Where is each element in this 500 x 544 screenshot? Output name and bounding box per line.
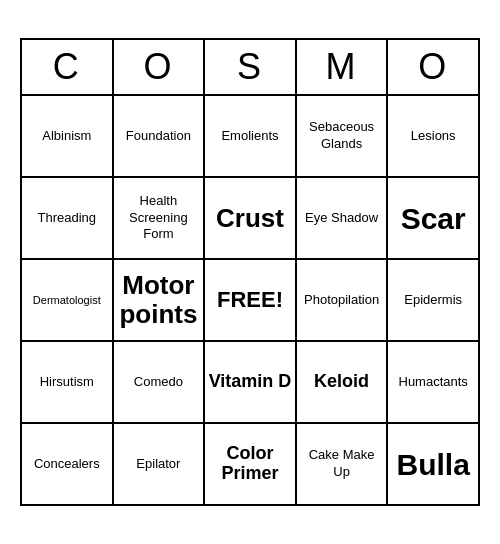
cell-0-1: Foundation bbox=[114, 96, 206, 178]
bingo-grid: AlbinismFoundationEmolientsSebaceous Gla… bbox=[20, 96, 480, 506]
cell-text-4-4: Bulla bbox=[397, 448, 470, 481]
cell-text-2-3: Photopilation bbox=[304, 292, 379, 309]
cell-2-2: FREE! bbox=[205, 260, 297, 342]
cell-text-4-3: Cake Make Up bbox=[300, 447, 384, 481]
cell-1-2: Crust bbox=[205, 178, 297, 260]
cell-text-1-1: Health Screening Form bbox=[117, 193, 201, 244]
cell-1-0: Threading bbox=[22, 178, 114, 260]
header-letter-C: C bbox=[22, 40, 114, 96]
header-letter-O: O bbox=[388, 40, 480, 96]
cell-2-4: Epidermis bbox=[388, 260, 480, 342]
header-letter-M: M bbox=[297, 40, 389, 96]
cell-4-3: Cake Make Up bbox=[297, 424, 389, 506]
header-letter-O: O bbox=[114, 40, 206, 96]
cell-4-1: Epilator bbox=[114, 424, 206, 506]
cell-3-0: Hirsutism bbox=[22, 342, 114, 424]
cell-3-3: Keloid bbox=[297, 342, 389, 424]
cell-text-1-2: Crust bbox=[216, 204, 284, 233]
cell-text-0-1: Foundation bbox=[126, 128, 191, 145]
cell-text-0-0: Albinism bbox=[42, 128, 91, 145]
cell-3-4: Humactants bbox=[388, 342, 480, 424]
cell-2-1: Motor points bbox=[114, 260, 206, 342]
cell-text-0-3: Sebaceous Glands bbox=[300, 119, 384, 153]
cell-0-3: Sebaceous Glands bbox=[297, 96, 389, 178]
cell-0-0: Albinism bbox=[22, 96, 114, 178]
cell-text-2-0: Dermatologist bbox=[33, 293, 101, 307]
cell-2-0: Dermatologist bbox=[22, 260, 114, 342]
cell-text-2-4: Epidermis bbox=[404, 292, 462, 309]
cell-1-1: Health Screening Form bbox=[114, 178, 206, 260]
cell-text-1-4: Scar bbox=[401, 202, 466, 235]
cell-3-1: Comedo bbox=[114, 342, 206, 424]
cell-1-4: Scar bbox=[388, 178, 480, 260]
cell-text-1-0: Threading bbox=[38, 210, 97, 227]
cell-text-0-4: Lesions bbox=[411, 128, 456, 145]
cell-text-4-0: Concealers bbox=[34, 456, 100, 473]
cell-text-3-2: Vitamin D bbox=[209, 372, 292, 392]
header-letter-S: S bbox=[205, 40, 297, 96]
bingo-card: COSMO AlbinismFoundationEmolientsSebaceo… bbox=[20, 38, 480, 506]
cell-text-3-1: Comedo bbox=[134, 374, 183, 391]
cell-text-2-2: FREE! bbox=[217, 286, 283, 315]
cell-4-4: Bulla bbox=[388, 424, 480, 506]
cell-3-2: Vitamin D bbox=[205, 342, 297, 424]
cell-text-0-2: Emolients bbox=[221, 128, 278, 145]
cell-4-2: Color Primer bbox=[205, 424, 297, 506]
cell-1-3: Eye Shadow bbox=[297, 178, 389, 260]
cell-0-2: Emolients bbox=[205, 96, 297, 178]
cell-text-3-3: Keloid bbox=[314, 372, 369, 392]
cell-text-4-1: Epilator bbox=[136, 456, 180, 473]
cell-4-0: Concealers bbox=[22, 424, 114, 506]
cell-0-4: Lesions bbox=[388, 96, 480, 178]
cell-text-4-2: Color Primer bbox=[208, 444, 292, 484]
cell-text-2-1: Motor points bbox=[117, 271, 201, 328]
bingo-header: COSMO bbox=[20, 38, 480, 96]
cell-text-3-0: Hirsutism bbox=[40, 374, 94, 391]
cell-text-3-4: Humactants bbox=[399, 374, 468, 391]
cell-2-3: Photopilation bbox=[297, 260, 389, 342]
cell-text-1-3: Eye Shadow bbox=[305, 210, 378, 227]
